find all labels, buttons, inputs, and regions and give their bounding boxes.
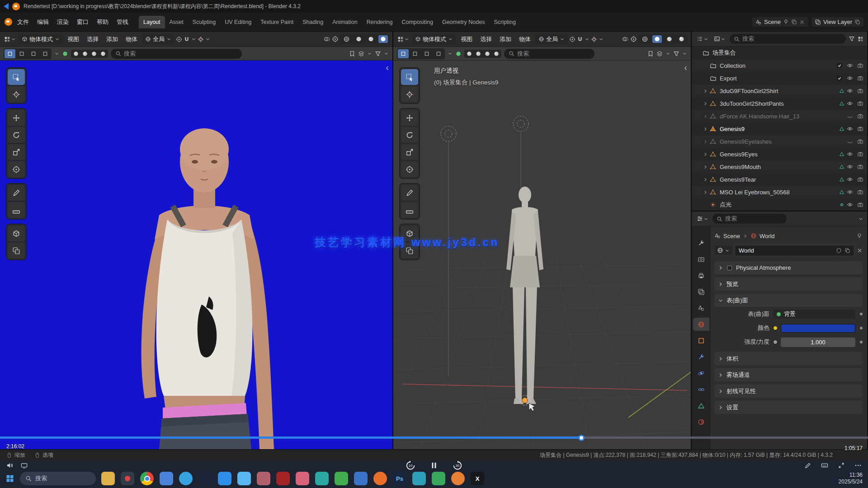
camera-icon[interactable] <box>857 126 863 132</box>
overlays-toggle-icon[interactable] <box>324 36 330 42</box>
world-browse-button[interactable] <box>714 246 732 255</box>
shading-wire-button[interactable] <box>342 35 351 43</box>
taskbar-app-screen-share[interactable] <box>432 472 445 485</box>
pause-button[interactable] <box>430 461 438 469</box>
surface-type-menu[interactable]: 背景 <box>773 310 855 319</box>
checkbox-icon[interactable] <box>836 62 843 69</box>
menu-3[interactable]: 窗口 <box>73 16 93 28</box>
taskbar-app-app-green[interactable] <box>335 472 348 485</box>
workspace-tab-rendering[interactable]: Rendering <box>362 16 397 28</box>
tool-cursor[interactable] <box>401 86 418 102</box>
viewport-canvas-solid[interactable]: ‹ <box>393 61 691 449</box>
viewport-menu-2[interactable]: 添加 <box>103 34 121 45</box>
outliner-row[interactable]: MSO Lei Eyebrows_50568 <box>692 186 867 198</box>
tool-scale[interactable] <box>401 144 418 160</box>
overlays-toggle-icon[interactable] <box>622 36 629 42</box>
display-ball-icon[interactable] <box>493 51 500 57</box>
scene-selector[interactable]: Scene <box>752 17 808 27</box>
taskbar-clock[interactable]: 11:36 2025/5/24 <box>839 472 863 485</box>
tool-duplicate[interactable] <box>8 243 25 258</box>
properties-tab-constraints[interactable] <box>693 383 709 396</box>
bookmark-icon[interactable] <box>647 51 654 57</box>
skip-back-button[interactable]: 10 <box>406 460 415 470</box>
material-preview-icon[interactable] <box>62 51 68 57</box>
viewport-menu-1[interactable]: 选择 <box>477 34 495 45</box>
select-mode-3[interactable] <box>40 49 51 58</box>
properties-tab-modifiers[interactable] <box>693 350 709 363</box>
properties-tab-scene[interactable] <box>693 301 709 314</box>
properties-tab-tool[interactable] <box>693 236 709 249</box>
expand-arrow-icon[interactable] <box>702 177 709 182</box>
taskbar-app-photoshop[interactable]: Ps <box>393 472 406 485</box>
expand-arrow-icon[interactable] <box>702 164 709 169</box>
panel-header-0[interactable]: Physical Atmosphere <box>714 261 863 274</box>
viewport-menu-0[interactable]: 视图 <box>458 34 476 45</box>
taskbar-app-app-teal[interactable] <box>315 472 329 485</box>
outliner-row[interactable]: 3duG9FToonGirl2Shirt <box>692 84 867 97</box>
shading-rendered-button[interactable] <box>378 35 388 43</box>
keyboard-icon[interactable] <box>821 462 828 469</box>
tool-measure[interactable] <box>8 202 25 218</box>
view-layer-selector[interactable]: View Layer <box>811 17 863 27</box>
chevron-down-icon[interactable] <box>384 51 389 56</box>
outliner-row[interactable]: Export <box>692 72 867 84</box>
display-ball-icon[interactable] <box>475 51 481 57</box>
shading-wire-button[interactable] <box>640 35 650 43</box>
panel-header-2[interactable]: 表(曲)面 <box>714 294 863 307</box>
taskbar-app-potplayer[interactable] <box>198 472 212 485</box>
snap-magnet-icon[interactable] <box>577 36 583 42</box>
camera-icon[interactable] <box>857 176 863 183</box>
outliner-row[interactable]: 点光 <box>692 198 867 211</box>
eye-icon[interactable] <box>847 100 853 107</box>
eye-icon[interactable] <box>847 88 853 94</box>
panel-checkbox[interactable] <box>726 265 733 271</box>
taskbar-app-adobe-app[interactable] <box>276 472 290 485</box>
properties-tab-object[interactable] <box>693 334 709 347</box>
outliner-type-selector[interactable] <box>695 35 710 43</box>
select-mode-1[interactable] <box>16 49 27 58</box>
eye-closed-icon[interactable] <box>847 138 853 145</box>
pencil-icon[interactable] <box>804 462 811 469</box>
camera-icon[interactable] <box>857 100 863 107</box>
tool-cursor[interactable] <box>8 86 25 102</box>
options-icon[interactable] <box>858 36 863 42</box>
outliner-search[interactable]: 搜索 <box>730 34 846 44</box>
camera-icon[interactable] <box>857 113 863 119</box>
material-preview-icon[interactable] <box>455 51 462 57</box>
camera-icon[interactable] <box>857 75 863 81</box>
viewport-menu-3[interactable]: 物体 <box>516 34 534 45</box>
camera-icon[interactable] <box>857 138 863 145</box>
unlink-icon[interactable] <box>857 248 863 253</box>
workspace-tab-asset[interactable]: Asset <box>165 16 188 28</box>
viewport-menu-3[interactable]: 物体 <box>123 34 141 45</box>
taskbar-app-media-app[interactable] <box>237 472 251 485</box>
expand-arrow-icon[interactable] <box>702 152 709 157</box>
pin-icon[interactable] <box>856 233 863 239</box>
breadcrumb-world[interactable]: World <box>760 233 775 239</box>
volume-icon[interactable] <box>6 462 14 469</box>
camera-icon[interactable] <box>857 62 863 69</box>
new-datablock-icon[interactable] <box>844 248 850 253</box>
select-mode-0[interactable] <box>5 49 15 58</box>
falloff-dropdown-icon[interactable] <box>599 37 604 42</box>
properties-tab-physics[interactable] <box>693 366 709 380</box>
camera-icon[interactable] <box>857 164 863 170</box>
filter-icon[interactable] <box>375 51 381 57</box>
mode-selector[interactable]: 物体模式 <box>19 34 63 45</box>
chevron-down-icon[interactable] <box>367 51 372 56</box>
workspace-tab-uv-editing[interactable]: UV Editing <box>220 16 256 28</box>
taskbar-app-photos[interactable] <box>218 472 231 485</box>
menu-0[interactable]: 文件 <box>13 16 33 28</box>
checkbox-icon[interactable] <box>836 75 843 81</box>
display-ball-icon[interactable] <box>73 51 79 57</box>
color-swatch[interactable] <box>781 324 855 333</box>
chevron-down-icon[interactable] <box>682 51 687 56</box>
select-mode-0[interactable] <box>398 49 409 58</box>
workspace-tab-compositing[interactable]: Compositing <box>397 16 437 28</box>
eye-icon[interactable] <box>847 62 853 69</box>
expand-arrow-icon[interactable] <box>702 127 709 131</box>
orientation-selector[interactable]: 全局 <box>535 34 568 45</box>
shading-rendered-button[interactable] <box>677 35 686 43</box>
menu-1[interactable]: 编辑 <box>33 16 53 28</box>
editor-type-selector[interactable] <box>396 35 410 43</box>
